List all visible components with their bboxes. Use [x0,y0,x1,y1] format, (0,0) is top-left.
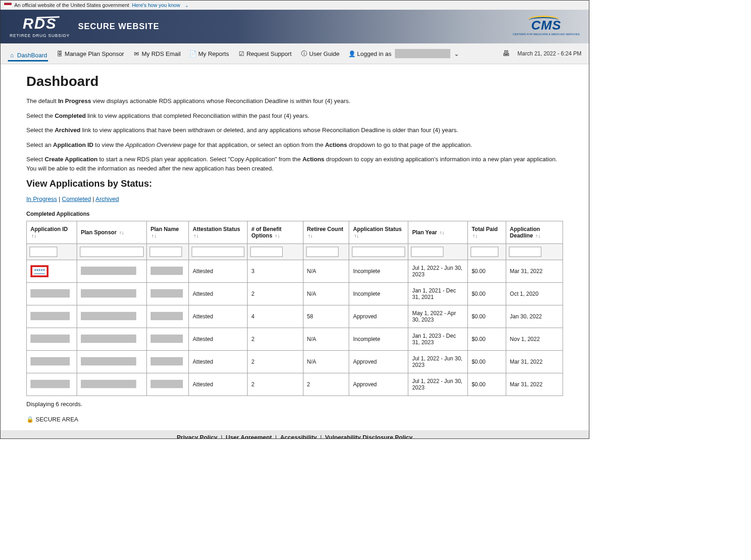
table-row: Attested 2 N/A Incomplete Jan 1, 2023 - … [27,328,563,351]
cell-plan-year: Jul 1, 2022 - Jun 30, 2023 [408,373,468,396]
redacted-cell [30,357,70,365]
cell-retiree-count: 2 [303,373,349,396]
th-plan-name[interactable]: Plan Name ↑↓ [146,221,188,244]
cell-benefit-options: 2 [248,373,303,396]
nav-user-guide[interactable]: ⓘ User Guide [300,48,340,60]
filter-attestation[interactable] [192,247,244,257]
cell-retiree-count: N/A [303,260,349,283]
nav-support-label: Request Support [247,50,292,57]
header-brand: RDS RETIREE DRUG SUBSIDY SECURE WEBSITE … [0,10,589,43]
cell-app-deadline: Mar 31, 2022 [506,351,563,373]
sort-icon: ↑↓ [194,233,199,238]
secure-website-label: SECURE WEBSITE [78,22,159,31]
cell-app-deadline: Jan 30, 2022 [506,305,563,328]
cell-total-paid: $0.00 [468,373,506,396]
footer-privacy[interactable]: Privacy Policy [177,434,218,439]
cell-total-paid: $0.00 [468,260,506,283]
main-content: Dashboard The default In Progress view d… [0,64,589,428]
status-link-in-progress[interactable]: In Progress [26,195,57,202]
nav-my-rds-email[interactable]: ✉ My RDS Email [133,48,182,60]
nav-logged-in-label: Logged in as [357,50,391,57]
cell-attestation: Attested [189,351,248,373]
filter-plan-year[interactable] [411,247,443,257]
th-attestation[interactable]: Attestation Status ↑↓ [189,221,248,244]
redacted-cell [81,380,136,388]
view-by-status-heading: View Applications by Status: [26,178,563,189]
user-name-redacted [395,49,450,58]
redacted-cell [81,267,136,275]
cell-app-deadline: Mar 31, 2022 [506,260,563,283]
th-app-status[interactable]: Application Status ↑↓ [349,221,408,244]
redacted-cell [30,289,70,298]
support-icon: ☑ [238,50,245,57]
intro-para-1: The default In Progress view displays ac… [26,97,563,106]
gov-banner-link[interactable]: Here's how you know [132,2,180,8]
sort-icon: ↑↓ [31,233,36,238]
intro-para-5: Select Create Application to start a new… [26,155,563,173]
cell-plan-year: Jul 1, 2022 - Jun 30, 2023 [408,260,468,283]
nav-dashboard[interactable]: ⌂ DashBoard [8,49,48,61]
th-total-paid[interactable]: Total Paid ↑↓ [468,221,506,244]
chevron-down-icon: ⌄ [185,3,188,8]
nav-logged-in-as[interactable]: 👤 Logged in as ⌄ [348,46,460,61]
cell-benefit-options: 2 [248,283,303,305]
nav-manage-plan-sponsor[interactable]: 🗄 Manage Plan Sponsor [55,48,125,60]
th-retiree-count[interactable]: Retiree Count ↑↓ [303,221,349,244]
cms-logo: CMS CENTERS FOR MEDICARE & MEDICAID SERV… [513,18,580,36]
footer-vuln[interactable]: Vulnerability Disclosure Policy [325,434,413,439]
status-link-completed[interactable]: Completed [62,195,91,202]
th-plan-year[interactable]: Plan Year ↑↓ [408,221,468,244]
status-link-archived[interactable]: Archived [96,195,119,202]
redacted-cell [151,267,183,275]
rds-logo: RDS RETIREE DRUG SUBSIDY [10,15,70,38]
table-row: Attested 2 N/A Incomplete Jan 1, 2021 - … [27,283,563,305]
gov-banner-text: An official website of the United States… [14,2,129,8]
cell-app-status: Incomplete [349,328,408,351]
th-plan-sponsor[interactable]: Plan Sponsor ↑↓ [77,221,146,244]
app-id-link[interactable]: ***** [34,268,45,274]
table-row: Attested 2 2 Approved Jul 1, 2022 - Jun … [27,373,563,396]
redacted-cell [81,289,136,298]
cell-plan-year: Jul 1, 2022 - Jun 30, 2023 [408,351,468,373]
filter-benefit-options[interactable] [250,247,283,257]
cell-retiree-count: N/A [303,283,349,305]
th-app-id[interactable]: Application ID ↑↓ [27,221,77,244]
cell-benefit-options: 4 [248,305,303,328]
filter-app-deadline[interactable] [509,247,541,257]
cell-attestation: Attested [189,260,248,283]
footer-user-agreement[interactable]: User Agreement [226,434,272,439]
footer-accessibility[interactable]: Accessibility [280,434,317,439]
nav-my-reports[interactable]: 📄 My Reports [189,48,230,60]
chevron-down-icon: ⌄ [454,50,459,57]
cell-benefit-options: 2 [248,328,303,351]
print-icon[interactable]: 🖶 [503,49,510,58]
filter-plan-sponsor[interactable] [80,247,144,257]
filter-app-id[interactable] [30,247,57,257]
nav-dashboard-label: DashBoard [17,52,47,59]
cell-retiree-count: N/A [303,328,349,351]
cell-total-paid: $0.00 [468,351,506,373]
table-row: Attested 2 N/A Approved Jul 1, 2022 - Ju… [27,351,563,373]
filter-plan-name[interactable] [150,247,182,257]
sort-icon: ↑↓ [151,233,157,238]
lock-icon: 🔒 [26,416,34,423]
cell-plan-year: Jan 1, 2023 - Dec 31, 2023 [408,328,468,351]
cell-total-paid: $0.00 [468,305,506,328]
redacted-cell [151,312,183,320]
filter-app-status[interactable] [352,247,405,257]
report-icon: 📄 [190,50,196,57]
th-app-deadline[interactable]: Application Deadline ↑↓ [506,221,563,244]
cell-retiree-count: 58 [303,305,349,328]
redacted-cell [151,289,183,298]
secure-area: 🔒 SECURE AREA [26,416,563,423]
cell-app-status: Approved [349,351,408,373]
nav-request-support[interactable]: ☑ Request Support [237,48,293,60]
filter-retiree-count[interactable] [306,247,339,257]
th-benefit-options[interactable]: # of Benefit Options ↑↓ [248,221,303,244]
redacted-cell [81,357,136,365]
cell-plan-year: Jan 1, 2021 - Dec 31, 2021 [408,283,468,305]
cell-total-paid: $0.00 [468,283,506,305]
filter-total-paid[interactable] [471,247,498,257]
sort-icon: ↑↓ [440,230,445,235]
intro-para-2: Select the Completed link to view applic… [26,111,563,121]
